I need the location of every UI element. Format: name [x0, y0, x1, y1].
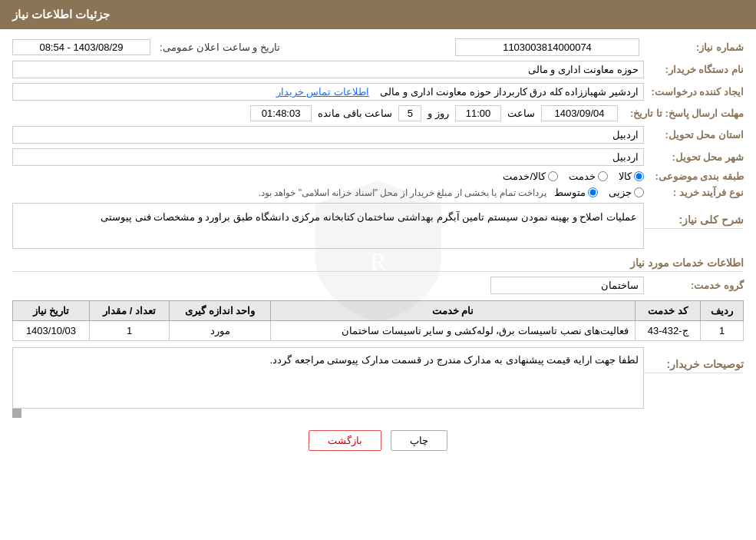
col-header-code: کد خدمت — [636, 301, 701, 321]
city-label: شهر محل تحویل: — [644, 151, 744, 163]
deadline-remaining-label: ساعت باقی مانده — [315, 108, 395, 119]
print-button[interactable]: چاپ — [391, 430, 447, 451]
row-province: استان محل تحویل: اردبیل — [12, 126, 744, 144]
creator-value: اردشیر شهباززاده کله درق کاربرداز حوزه م… — [12, 83, 644, 101]
purchase-type-label: نوع فرآیند خرید : — [644, 187, 744, 198]
deadline-time: 11:00 — [455, 105, 501, 121]
services-section-title: اطلاعات خدمات مورد نیاز — [12, 257, 744, 272]
col-header-name: نام خدمت — [270, 301, 635, 321]
row-city: شهر محل تحویل: اردبیل — [12, 148, 744, 166]
row-deadline: مهلت ارسال پاسخ: تا تاریخ: 1403/09/04 سا… — [12, 105, 744, 121]
row-need-number: شماره نیاز: 1103003814000074 تاریخ و ساع… — [12, 38, 744, 56]
category-option-kala-khedmat[interactable]: کالا/خدمت — [503, 171, 558, 182]
province-label: استان محل تحویل: — [644, 129, 744, 141]
page-wrapper: جزئیات اطلاعات نیاز R شماره نیاز: 110300… — [0, 0, 756, 540]
need-desc-value: عملیات اصلاح و بهینه نمودن سیستم تامین آ… — [12, 203, 644, 249]
col-header-unit: واحد اندازه گیری — [170, 301, 271, 321]
page-header: جزئیات اطلاعات نیاز — [0, 0, 756, 29]
buyer-dept-value: حوزه معاونت اداری و مالی — [12, 61, 644, 78]
buyer-dept-label: نام دستگاه خریدار: — [644, 64, 744, 75]
purchase-type-jozee[interactable]: جزیی — [609, 187, 644, 198]
page-title: جزئیات اطلاعات نیاز — [12, 8, 110, 21]
col-header-qty: تعداد / مقدار — [89, 301, 169, 321]
province-value: اردبیل — [12, 126, 644, 144]
table-row: 1ج-432-43فعالیت‌های نصب تاسیسات برق، لول… — [13, 321, 744, 341]
deadline-days: 5 — [398, 105, 421, 121]
resize-handle[interactable] — [12, 409, 21, 418]
row-buyer-notes: توصیحات خریدار: لطفا جهت ارایه قیمت پیشن… — [12, 347, 744, 418]
row-buyer-dept: نام دستگاه خریدار: حوزه معاونت اداری و م… — [12, 61, 744, 78]
announce-value: 1403/08/29 - 08:54 — [12, 39, 150, 55]
deadline-time-label: ساعت — [504, 108, 538, 119]
deadline-remaining: 01:48:03 — [250, 105, 312, 121]
category-option-kala[interactable]: کالا — [619, 171, 644, 182]
announce-label: تاریخ و ساعت اعلان عمومی: — [155, 41, 280, 53]
need-number-label: شماره نیاز: — [644, 41, 744, 53]
buyer-notes-label: توصیحات خریدار: — [644, 355, 744, 373]
purchase-type-radio-group: جزیی متوسط — [554, 187, 644, 198]
row-need-desc: شرح کلی نیاز: عملیات اصلاح و بهینه نمودن… — [12, 203, 744, 249]
row-purchase-type: نوع فرآیند خرید : جزیی متوسط پرداخت تمام… — [12, 187, 744, 198]
bottom-buttons: چاپ بازگشت — [12, 430, 744, 451]
category-option-khedmat[interactable]: خدمت — [569, 171, 608, 182]
need-number-value: 1103003814000074 — [455, 38, 639, 56]
col-header-date: تاریخ نیاز — [13, 301, 90, 321]
row-category: طبقه بندی موضوعی: کالا خدمت کالا/خدمت — [12, 171, 744, 182]
city-value: اردبیل — [12, 148, 644, 166]
services-table: ردیف کد خدمت نام خدمت واحد اندازه گیری ت… — [12, 300, 744, 341]
row-creator: ایجاد کننده درخواست: اردشیر شهباززاده کل… — [12, 83, 744, 101]
creator-link[interactable]: اطلاعات تماس خریدار — [276, 86, 369, 98]
creator-label: ایجاد کننده درخواست: — [644, 86, 744, 98]
main-content: R شماره نیاز: 1103003814000074 تاریخ و س… — [0, 29, 756, 472]
back-button[interactable]: بازگشت — [309, 430, 381, 451]
category-label: طبقه بندی موضوعی: — [644, 171, 744, 182]
deadline-days-label: روز و — [424, 108, 452, 119]
deadline-label: مهلت ارسال پاسخ: تا تاریخ: — [621, 108, 744, 119]
purchase-type-note: پرداخت تمام یا بخشی از مبلغ خریدار از مح… — [259, 187, 546, 198]
buyer-notes-value: لطفا جهت ارایه قیمت پیشنهادی به مدارک من… — [12, 347, 644, 409]
deadline-date: 1403/09/04 — [541, 105, 618, 121]
need-desc-label: شرح کلی نیاز: — [644, 210, 744, 229]
col-header-row: ردیف — [701, 301, 744, 321]
category-radio-group: کالا خدمت کالا/خدمت — [503, 171, 644, 182]
purchase-type-motavasset[interactable]: متوسط — [554, 187, 598, 198]
row-service-group: گروه خدمت: ساختمان — [12, 277, 744, 294]
service-group-value: ساختمان — [490, 277, 644, 294]
service-group-label: گروه خدمت: — [644, 280, 744, 291]
